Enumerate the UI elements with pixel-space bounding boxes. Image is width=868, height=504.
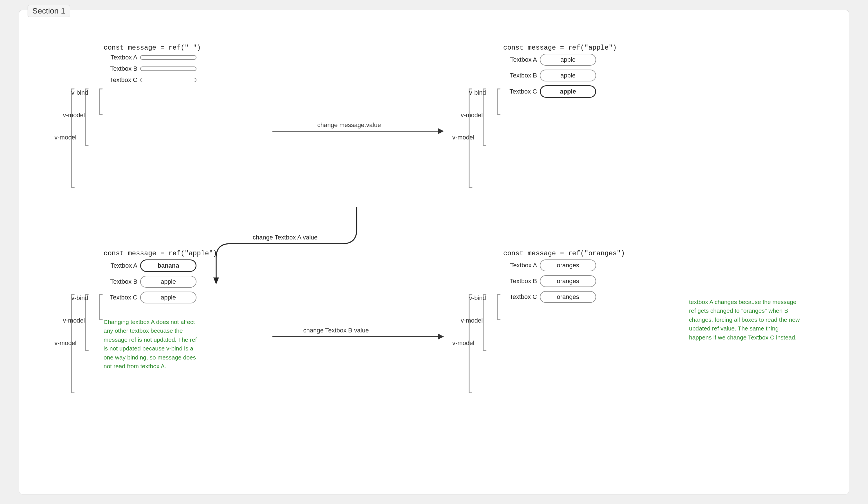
textbox-group-top-left: Textbox A Textbox B Textbox C <box>104 54 201 84</box>
textbox-a-input[interactable] <box>140 55 196 60</box>
textbox-b-label: Textbox B <box>503 72 537 79</box>
table-row: Textbox A banana <box>104 260 217 272</box>
table-row: Textbox C oranges <box>503 291 625 303</box>
table-row: Textbox B apple <box>104 276 217 288</box>
textbox-a-label: Textbox A <box>104 54 137 61</box>
textbox-a-label: Textbox A <box>503 262 537 269</box>
textbox-c-label: Textbox C <box>104 76 137 84</box>
diagram-bottom-left: const message = ref("apple") Textbox A b… <box>104 250 217 371</box>
diagram-top-right: const message = ref("apple") Textbox A a… <box>503 44 617 98</box>
textbox-b-input[interactable]: apple <box>540 70 596 81</box>
svg-text:v-model: v-model <box>63 317 85 324</box>
annotation-bottom-left: Changing textbox A does not affect any o… <box>104 317 199 371</box>
svg-text:v-model: v-model <box>55 134 76 141</box>
svg-text:change Textbox A value: change Textbox A value <box>253 234 318 241</box>
diagram-bottom-right: const message = ref("oranges") Textbox A… <box>503 250 625 303</box>
textbox-b-label: Textbox B <box>104 278 137 285</box>
svg-marker-16 <box>438 334 444 339</box>
table-row: Textbox B apple <box>503 70 617 81</box>
table-row: Textbox A oranges <box>503 260 625 271</box>
table-row: Textbox A apple <box>503 54 617 65</box>
table-row: Textbox B <box>104 65 201 72</box>
textbox-c-input[interactable]: apple <box>540 85 596 98</box>
svg-text:v-model: v-model <box>452 134 474 141</box>
textbox-b-input[interactable]: oranges <box>540 275 596 287</box>
textbox-c-input[interactable]: oranges <box>540 291 596 303</box>
diagram-top-left: const message = ref(" ") Textbox A Textb… <box>104 44 201 84</box>
table-row: Textbox A <box>104 54 201 61</box>
textbox-a-input[interactable]: oranges <box>540 260 596 271</box>
svg-text:v-bind: v-bind <box>71 89 88 96</box>
svg-text:v-model: v-model <box>461 317 483 324</box>
textbox-c-label: Textbox C <box>503 293 537 301</box>
svg-text:v-bind: v-bind <box>469 294 486 301</box>
annotation-bottom-right: textbox A changes because the message re… <box>689 298 802 342</box>
svg-text:change Textbox B value: change Textbox B value <box>303 326 369 334</box>
section-container: Section 1 v-model v-model v-bind v-model… <box>19 10 849 494</box>
textbox-group-bottom-left: Textbox A banana Textbox B apple Textbox… <box>104 260 217 303</box>
textbox-a-label: Textbox A <box>104 262 137 269</box>
textbox-c-input[interactable] <box>140 78 196 82</box>
code-top-right: const message = ref("apple") <box>503 44 617 52</box>
textbox-a-input[interactable]: apple <box>540 54 596 65</box>
table-row: Textbox C <box>104 76 201 84</box>
svg-text:v-model: v-model <box>461 111 483 118</box>
textbox-c-label: Textbox C <box>503 88 537 95</box>
textbox-b-input[interactable]: apple <box>140 276 196 288</box>
textbox-group-bottom-right: Textbox A oranges Textbox B oranges Text… <box>503 260 625 303</box>
table-row: Textbox C apple <box>503 85 617 98</box>
textbox-c-label: Textbox C <box>104 294 137 301</box>
textbox-c-input[interactable]: apple <box>140 292 196 303</box>
svg-text:v-model: v-model <box>55 339 76 346</box>
code-top-left: const message = ref(" ") <box>104 44 201 52</box>
svg-text:v-model: v-model <box>63 111 85 118</box>
table-row: Textbox C apple <box>104 292 217 303</box>
svg-text:v-bind: v-bind <box>469 89 486 96</box>
textbox-b-label: Textbox B <box>104 65 137 72</box>
textbox-b-label: Textbox B <box>503 278 537 285</box>
code-bottom-right: const message = ref("oranges") <box>503 250 625 257</box>
svg-text:change message.value: change message.value <box>317 121 381 128</box>
textbox-b-input[interactable] <box>140 67 196 71</box>
table-row: Textbox B oranges <box>503 275 625 287</box>
textbox-a-label: Textbox A <box>503 56 537 63</box>
svg-marker-13 <box>438 128 444 134</box>
code-bottom-left: const message = ref("apple") <box>104 250 217 257</box>
textbox-group-top-right: Textbox A apple Textbox B apple Textbox … <box>503 54 617 98</box>
textbox-a-input[interactable]: banana <box>140 260 196 272</box>
svg-text:v-model: v-model <box>452 339 474 346</box>
svg-text:v-bind: v-bind <box>71 294 88 301</box>
section-label: Section 1 <box>28 5 70 17</box>
